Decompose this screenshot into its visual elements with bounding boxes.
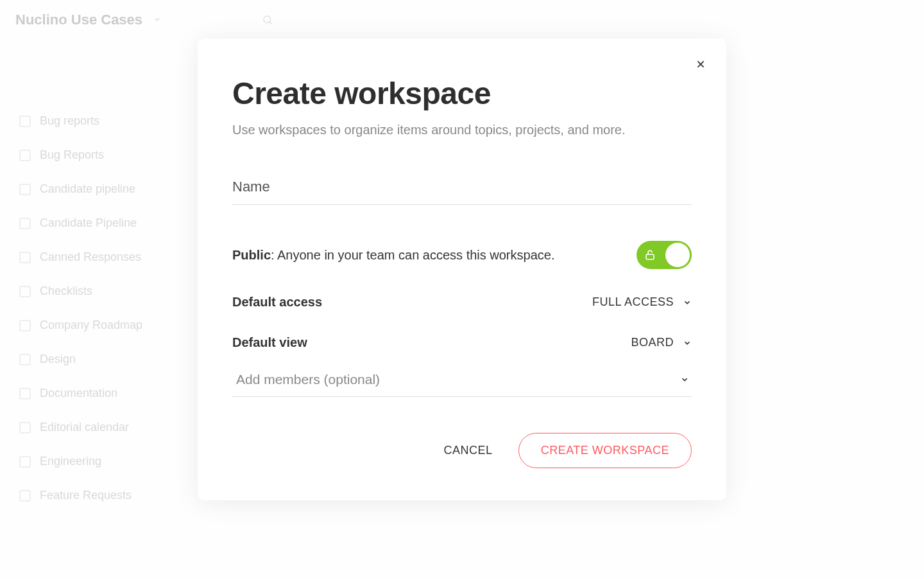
create-workspace-button[interactable]: CREATE WORKSPACE <box>518 433 692 468</box>
public-label-bold: Public <box>232 248 271 262</box>
svg-rect-4 <box>646 254 654 259</box>
default-access-dropdown[interactable]: FULL ACCESS <box>592 295 692 309</box>
chevron-down-icon <box>680 375 689 384</box>
close-icon <box>696 59 706 69</box>
toggle-knob <box>665 243 690 267</box>
chevron-down-icon <box>683 338 692 347</box>
modal-subtitle: Use workspaces to organize items around … <box>232 123 692 137</box>
default-view-label: Default view <box>232 335 307 350</box>
default-view-value: BOARD <box>631 336 674 349</box>
cancel-button[interactable]: CANCEL <box>444 444 493 457</box>
default-view-dropdown[interactable]: BOARD <box>631 336 692 349</box>
default-access-label: Default access <box>232 295 322 310</box>
modal-footer: CANCEL CREATE WORKSPACE <box>232 433 692 468</box>
members-placeholder: Add members (optional) <box>236 372 380 387</box>
workspace-name-input[interactable] <box>232 173 692 205</box>
public-label-rest: : Anyone in your team can access this wo… <box>271 248 554 262</box>
chevron-down-icon <box>683 298 692 307</box>
close-button[interactable] <box>693 57 708 72</box>
add-members-select[interactable]: Add members (optional) <box>232 365 692 397</box>
create-workspace-modal: Create workspace Use workspaces to organ… <box>198 39 726 500</box>
modal-overlay: Create workspace Use workspaces to organ… <box>0 0 924 578</box>
modal-title: Create workspace <box>232 76 692 111</box>
default-access-value: FULL ACCESS <box>592 295 674 309</box>
public-toggle[interactable] <box>637 241 692 269</box>
public-row: Public: Anyone in your team can access t… <box>232 241 692 269</box>
public-label: Public: Anyone in your team can access t… <box>232 248 554 263</box>
unlock-icon <box>644 249 656 261</box>
default-view-row: Default view BOARD <box>232 335 692 350</box>
default-access-row: Default access FULL ACCESS <box>232 295 692 310</box>
